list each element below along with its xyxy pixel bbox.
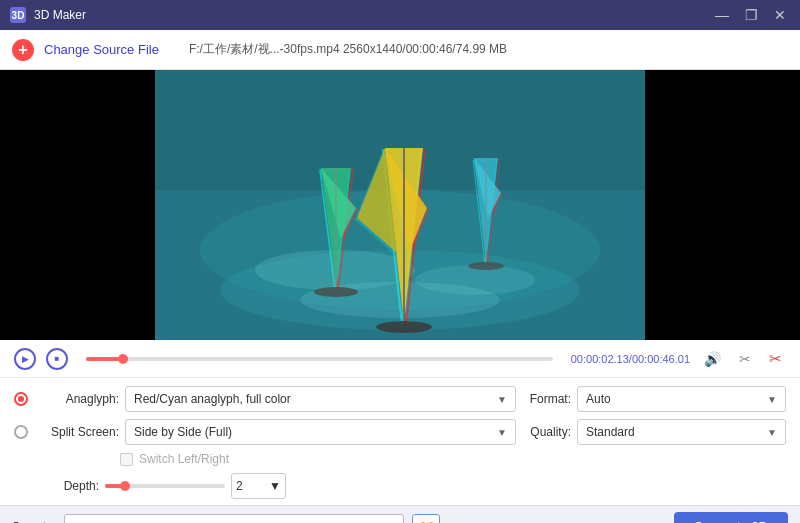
depth-value-select[interactable]: 2 ▼ xyxy=(231,473,286,499)
switch-checkbox[interactable] xyxy=(120,453,133,466)
depth-label: Depth: xyxy=(14,479,99,493)
folder-icon: 📁 xyxy=(418,519,435,524)
anaglyph-select[interactable]: Red/Cyan anaglyph, full color ▼ xyxy=(125,386,516,412)
progress-indicator xyxy=(118,354,128,364)
video-black-bar-right xyxy=(645,70,800,340)
cut-icon[interactable]: ✂ xyxy=(765,350,786,368)
depth-value: 2 xyxy=(236,479,243,493)
depth-arrow: ▼ xyxy=(269,479,281,493)
depth-row: Depth: 2 ▼ xyxy=(14,473,516,499)
video-preview xyxy=(155,70,645,340)
video-black-bar-left xyxy=(0,70,155,340)
file-info: F:/工作/素材/视...-30fps.mp4 2560x1440/00:00:… xyxy=(189,41,507,58)
add-source-button[interactable]: + xyxy=(12,39,34,61)
title-bar: 3D 3D Maker — ❐ ✕ xyxy=(0,0,800,30)
time-display: 00:00:02.13/00:00:46.01 xyxy=(571,353,690,365)
settings-left-col: Anaglyph: Red/Cyan anaglyph, full color … xyxy=(14,386,516,499)
switch-label: Switch Left/Right xyxy=(139,452,229,466)
play-icon: ▶ xyxy=(22,354,29,364)
volume-icon[interactable]: 🔊 xyxy=(700,351,725,367)
quality-value: Standard xyxy=(586,425,635,439)
quality-arrow: ▼ xyxy=(767,427,777,438)
controls-bar: ▶ ■ 00:00:02.13/00:00:46.01 🔊 ✂ ✂ xyxy=(0,340,800,378)
anaglyph-row: Anaglyph: Red/Cyan anaglyph, full color … xyxy=(14,386,516,412)
split-screen-value: Side by Side (Full) xyxy=(134,425,232,439)
format-value: Auto xyxy=(586,392,611,406)
format-label: Format: xyxy=(516,392,571,406)
stop-button[interactable]: ■ xyxy=(46,348,68,370)
anaglyph-label: Anaglyph: xyxy=(34,392,119,406)
split-screen-row: Split Screen: Side by Side (Full) ▼ xyxy=(14,419,516,445)
window-controls: — ❐ ✕ xyxy=(711,7,790,23)
settings-icon[interactable]: ✂ xyxy=(735,351,755,367)
play-button[interactable]: ▶ xyxy=(14,348,36,370)
close-button[interactable]: ✕ xyxy=(770,7,790,23)
settings-right-col: Format: Auto ▼ Quality: Standard ▼ xyxy=(516,386,786,499)
change-source-button[interactable]: Change Source File xyxy=(44,42,159,57)
generate-3d-button[interactable]: Generate 3D xyxy=(674,512,788,524)
save-path-field[interactable]: D:\Aiseesoft Studio\Ais...erter Ultimate… xyxy=(64,514,404,524)
split-screen-label: Split Screen: xyxy=(34,425,119,439)
depth-slider-dot xyxy=(120,481,130,491)
minimize-button[interactable]: — xyxy=(711,7,733,23)
split-screen-radio[interactable] xyxy=(14,425,28,439)
save-bar: Save to: D:\Aiseesoft Studio\Ais...erter… xyxy=(0,505,800,523)
switch-row: Switch Left/Right xyxy=(120,452,516,466)
split-screen-select[interactable]: Side by Side (Full) ▼ xyxy=(125,419,516,445)
settings-two-col: Anaglyph: Red/Cyan anaglyph, full color … xyxy=(14,386,786,499)
anaglyph-radio[interactable] xyxy=(14,392,28,406)
browse-folder-button[interactable]: 📁 xyxy=(412,514,440,524)
format-row: Format: Auto ▼ xyxy=(516,386,786,412)
quality-row: Quality: Standard ▼ xyxy=(516,419,786,445)
save-to-label: Save to: xyxy=(12,520,56,524)
split-screen-arrow: ▼ xyxy=(497,427,507,438)
app-title: 3D Maker xyxy=(34,8,711,22)
settings-panel: Anaglyph: Red/Cyan anaglyph, full color … xyxy=(0,378,800,505)
toolbar: + Change Source File F:/工作/素材/视...-30fps… xyxy=(0,30,800,70)
format-arrow: ▼ xyxy=(767,394,777,405)
quality-select[interactable]: Standard ▼ xyxy=(577,419,786,445)
video-area xyxy=(0,70,800,340)
depth-slider[interactable] xyxy=(105,484,225,488)
svg-rect-34 xyxy=(155,70,645,340)
app-icon: 3D xyxy=(10,7,26,23)
anaglyph-value: Red/Cyan anaglyph, full color xyxy=(134,392,291,406)
stop-icon: ■ xyxy=(55,354,60,363)
quality-label: Quality: xyxy=(516,425,571,439)
anaglyph-arrow: ▼ xyxy=(497,394,507,405)
progress-bar[interactable] xyxy=(86,357,553,361)
format-select[interactable]: Auto ▼ xyxy=(577,386,786,412)
app-icon-text: 3D xyxy=(12,10,25,21)
restore-button[interactable]: ❐ xyxy=(741,7,762,23)
